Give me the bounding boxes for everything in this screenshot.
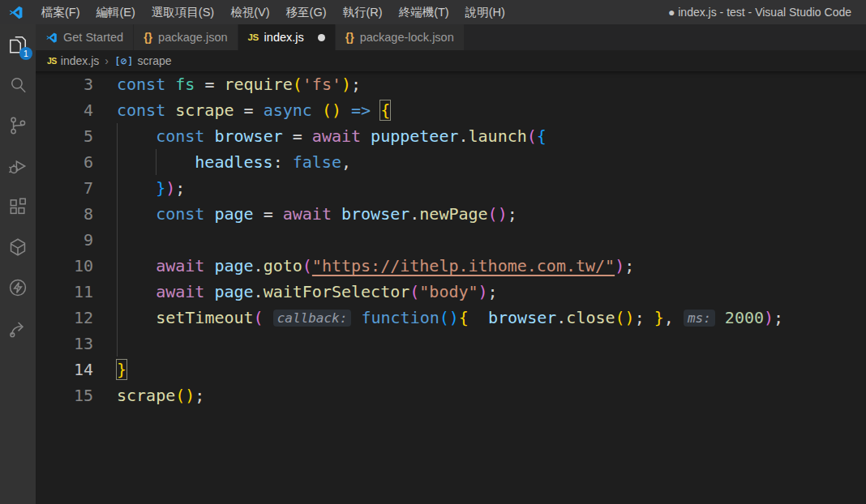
tab-index-js[interactable]: JSindex.js	[238, 24, 336, 50]
code-line: 6 headless: false,	[36, 149, 866, 175]
menu-item[interactable]: 終端機(T)	[391, 0, 457, 24]
explorer-badge: 1	[19, 47, 32, 60]
code-token: ;	[774, 308, 783, 327]
title-bar: 檔案(F)編輯(E)選取項目(S)檢視(V)移至(G)執行(R)終端機(T)說明…	[0, 0, 866, 24]
code-token: await	[283, 204, 341, 224]
code-token	[715, 308, 725, 327]
tab-label: package-lock.json	[360, 31, 454, 44]
code-token: newPage	[419, 204, 487, 224]
code-token: await	[156, 256, 214, 275]
code-token: headless	[195, 152, 272, 172]
json-braces-icon: {}	[345, 31, 354, 44]
code-token: ()	[322, 100, 341, 120]
line-number: 14	[36, 357, 93, 382]
code-token: ,	[341, 152, 351, 172]
code-token: launch	[469, 126, 527, 146]
code-token	[351, 308, 361, 327]
code-token: const	[117, 100, 175, 120]
code-token: "body"	[419, 282, 478, 301]
tab-package-lock-json[interactable]: {}package-lock.json	[336, 24, 465, 50]
activity-run-debug-icon[interactable]	[0, 146, 36, 186]
window-title: ● index.js - test - Visual Studio Code	[668, 6, 866, 19]
activity-source-control-icon[interactable]	[0, 105, 36, 146]
tab-get-started[interactable]: Get Started	[36, 24, 134, 50]
activity-thunder-client-icon[interactable]	[0, 267, 36, 308]
code-lines: 3const fs = require('fs');4const scrape …	[36, 71, 866, 408]
js-file-icon: JS	[248, 32, 259, 42]
json-braces-icon: {}	[144, 31, 152, 44]
code-line: 9	[36, 227, 866, 253]
breadcrumb-symbol[interactable]: scrape	[137, 54, 171, 67]
menu-item[interactable]: 說明(H)	[457, 0, 513, 24]
code-token: =	[234, 100, 264, 120]
code-token: ;	[508, 204, 517, 224]
code-token: .	[254, 256, 264, 275]
code-token	[117, 308, 156, 327]
code-token: {	[537, 126, 547, 146]
code-token: ()	[615, 308, 635, 327]
code-token: {	[459, 308, 469, 327]
code-line: 4const scrape = async () => {	[36, 97, 866, 123]
code-token: =	[254, 204, 283, 224]
line-number: 6	[36, 149, 93, 175]
code-token: ;	[195, 386, 204, 405]
code-token: fs	[175, 75, 195, 94]
code-token: waitForSelector	[264, 282, 410, 301]
menu-item[interactable]: 檢視(V)	[222, 0, 277, 24]
source-control-icon	[7, 115, 28, 136]
activity-search-icon[interactable]	[0, 65, 36, 105]
menu-item[interactable]: 移至(G)	[278, 0, 335, 24]
line-number: 4	[36, 97, 93, 123]
code-token: ()	[488, 204, 508, 224]
code-token: puppeteer	[371, 126, 458, 146]
code-token: ,	[664, 308, 684, 327]
code-token: .	[254, 282, 264, 301]
bracket-match: }	[117, 360, 126, 379]
tab-package-json[interactable]: {}package.json	[134, 24, 238, 50]
code-token: require	[224, 75, 292, 94]
string-url-link[interactable]: "https://ithelp.ithome.com.tw/"	[312, 256, 615, 275]
inlay-hint: callback:	[273, 310, 352, 327]
code-line: 7 });	[36, 175, 866, 201]
code-token: .	[409, 204, 419, 224]
code-token: ;	[624, 256, 634, 275]
line-number: 8	[36, 201, 93, 227]
code-token	[117, 204, 156, 224]
code-token	[371, 100, 380, 120]
code-token: await	[156, 282, 214, 301]
activity-package-box-icon[interactable]	[0, 227, 36, 267]
activity-explorer-icon[interactable]: 1	[0, 24, 36, 65]
package-box-icon	[7, 237, 28, 258]
thunder-client-icon	[7, 277, 28, 298]
code-token: )	[165, 178, 175, 198]
menu-item[interactable]: 檔案(F)	[33, 0, 88, 24]
tab-label: Get Started	[63, 31, 123, 44]
js-file-icon: JS	[47, 56, 57, 66]
code-line: 11 await page.waitForSelector("body");	[36, 279, 866, 305]
breadcrumb-file[interactable]: index.js	[61, 54, 99, 67]
code-token: )	[478, 282, 488, 301]
activity-bar: 1	[0, 24, 36, 504]
search-icon	[7, 75, 28, 96]
code-token: (	[293, 75, 302, 94]
menu-item[interactable]: 編輯(E)	[88, 0, 144, 24]
code-token: await	[312, 126, 371, 146]
code-line: 8 const page = await browser.newPage();	[36, 201, 866, 227]
code-token: scrape	[175, 100, 234, 120]
activity-live-share-icon[interactable]	[0, 308, 36, 348]
code-token: const	[156, 204, 214, 224]
menu-item[interactable]: 選取項目(S)	[144, 0, 222, 24]
code-line: 15scrape();	[36, 382, 866, 408]
code-token: 'fs'	[302, 75, 341, 94]
tab-label: package.json	[158, 31, 227, 44]
symbol-variable-icon: [⊘]	[114, 55, 133, 67]
code-line: 12 setTimeout( callback: function(){ bro…	[36, 305, 866, 331]
tab-label: index.js	[264, 31, 304, 44]
activity-extensions-icon[interactable]	[0, 186, 36, 227]
modified-dot-icon[interactable]	[318, 34, 325, 41]
code-token: ;	[351, 75, 361, 94]
code-token: ()	[439, 308, 459, 327]
code-editor[interactable]: 3const fs = require('fs');4const scrape …	[36, 71, 866, 504]
menu-item[interactable]: 執行(R)	[334, 0, 390, 24]
code-token: const	[156, 126, 214, 146]
